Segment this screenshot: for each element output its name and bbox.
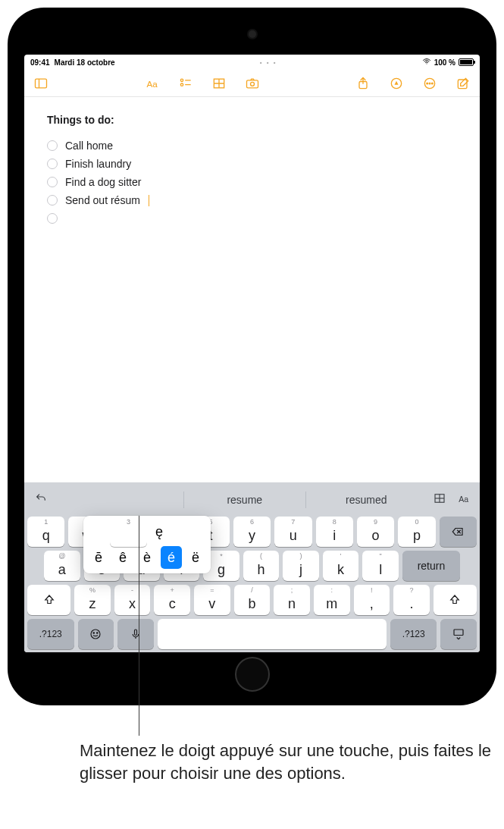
checklist-text: Finish laundry [65,158,131,170]
svg-point-27 [97,633,99,634]
key-u[interactable]: 7u [274,517,311,547]
svg-rect-10 [246,80,258,87]
suggestion-1[interactable]: resume [183,491,305,508]
sidebar-toggle-button[interactable] [32,74,50,93]
svg-point-5 [180,83,183,86]
checklist-circle-icon[interactable] [47,140,58,151]
svg-point-3 [180,79,183,81]
checklist-button[interactable] [177,74,195,93]
ipad-camera [249,30,256,38]
checklist-item[interactable]: Call home [47,137,457,155]
share-button[interactable] [354,74,372,93]
svg-rect-28 [134,630,136,636]
checklist-item[interactable]: Send out résum [47,191,457,209]
svg-point-11 [250,82,254,86]
camera-button[interactable] [243,74,261,93]
key-z[interactable]: %z [74,585,111,615]
checklist-text: Send out résum [65,194,140,206]
return-key[interactable]: return [402,551,460,581]
accent-option[interactable]: ë [185,546,206,569]
key-q[interactable]: 1q [27,517,64,547]
ipad-home-button[interactable] [235,657,270,692]
dictation-key[interactable] [117,619,154,649]
screen: 09:41 Mardi 18 octobre • • • 100 % Aa [24,55,480,652]
battery-percent: 100 % [434,58,455,67]
ipad-frame: 09:41 Mardi 18 octobre • • • 100 % Aa [8,8,496,705]
svg-point-15 [427,83,428,84]
key-y[interactable]: 6y [233,517,271,547]
notes-toolbar: Aa [24,70,480,97]
checklist-circle-icon[interactable] [47,195,58,206]
key-x[interactable]: -x [114,585,151,615]
key-,[interactable]: !, [354,585,390,615]
suggestion-2[interactable]: resumed [305,491,427,508]
suggestion-bar: resume resumed Aa [27,487,477,513]
key-k[interactable]: 'k [323,551,359,581]
key-i[interactable]: 8i [316,517,353,547]
key-b[interactable]: /b [234,585,271,615]
svg-text:Aa: Aa [459,495,468,504]
accent-option[interactable]: ê [112,546,133,569]
key-h[interactable]: (h [243,551,280,581]
checklist-item[interactable] [47,209,457,228]
format-tool-icon[interactable]: Aa [457,491,471,508]
note-body[interactable]: Things to do: Call homeFinish laundryFin… [24,97,480,244]
battery-icon [459,58,474,66]
undo-button[interactable] [27,492,55,507]
note-title: Things to do: [47,114,457,126]
shift-key-left[interactable] [27,585,70,615]
svg-rect-29 [454,630,463,636]
compose-button[interactable] [454,74,472,93]
shift-key-right[interactable] [434,585,477,615]
checklist-item[interactable]: Finish laundry [47,155,457,173]
checklist-text: Find a dog sitter [65,176,141,188]
checklist-circle-icon[interactable] [47,213,58,224]
callout-caption: Maintenez le doigt appuyé sur une touche… [80,740,493,784]
key-p[interactable]: 0p [398,517,435,547]
svg-point-25 [91,630,100,639]
key-v[interactable]: =v [194,585,230,615]
svg-point-16 [429,83,430,84]
callout-leader-line [139,516,139,736]
checklist-circle-icon[interactable] [47,177,58,187]
status-bar: 09:41 Mardi 18 octobre • • • 100 % [24,55,480,70]
format-text-button[interactable]: Aa [143,74,161,93]
key-m[interactable]: :m [314,585,350,615]
key-j[interactable]: )j [283,551,319,581]
table-button[interactable] [210,74,228,93]
svg-text:Aa: Aa [146,79,158,89]
space-key[interactable] [158,619,387,649]
svg-point-17 [432,83,434,84]
key-a[interactable]: @a [44,551,80,581]
key-.[interactable]: ?. [393,585,430,615]
accent-option[interactable]: è [136,546,158,569]
more-button[interactable] [421,74,439,93]
checklist-item[interactable]: Find a dog sitter [47,173,457,191]
svg-rect-0 [36,79,47,88]
key-o[interactable]: 9o [357,517,394,547]
multitask-dots[interactable]: • • • [115,59,422,66]
markup-button[interactable] [387,74,405,93]
numbers-key-left[interactable]: .?123 [27,619,74,649]
key-c[interactable]: +c [154,585,190,615]
checklist-circle-icon[interactable] [47,159,58,169]
emoji-key[interactable] [78,619,114,649]
status-time: 09:41 [30,58,50,67]
text-cursor [149,195,150,206]
key-l[interactable]: "l [362,551,399,581]
key-e[interactable]: 3e [110,517,147,547]
accent-option[interactable]: é [161,546,182,569]
key-n[interactable]: ;n [274,585,310,615]
accent-option[interactable]: ę [149,520,170,543]
delete-key[interactable] [440,517,477,547]
dismiss-keyboard-key[interactable] [440,619,477,649]
checklist-text: Call home [65,140,113,152]
status-date: Mardi 18 octobre [55,58,115,67]
table-tool-icon[interactable] [433,491,446,508]
accent-option[interactable]: ē [88,546,109,569]
svg-point-26 [93,633,95,634]
numbers-key-right[interactable]: .?123 [390,619,437,649]
wifi-icon [422,57,431,68]
